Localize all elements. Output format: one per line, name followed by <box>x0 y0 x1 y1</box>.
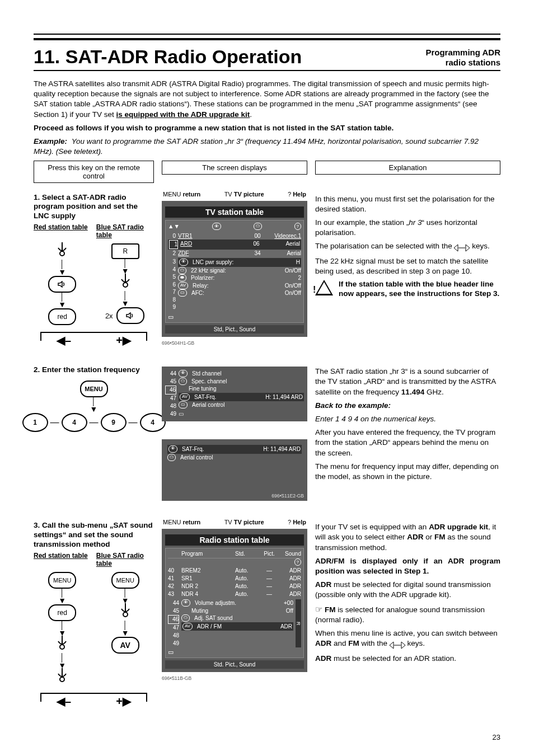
radio-row: 43NDR 4Auto.—ADR <box>168 590 301 598</box>
side-num-selected: 46 <box>168 615 179 624</box>
s3-r-p4: ☞FM is selected for analogue sound trans… <box>315 604 500 625</box>
back-line: Enter 1 4 9 4 on the numerical keys. <box>315 414 500 424</box>
q-icon: ? <box>294 223 301 230</box>
setting-row: 👁LNC pwr supply:H <box>178 258 301 267</box>
step1-labels: Red station table Blue SAT radio table <box>34 223 154 239</box>
scrollbar-icon: ▭ <box>168 649 301 655</box>
side-num: 47 <box>168 624 179 632</box>
s2a-row: 👁Std channel <box>179 370 304 378</box>
left-right-icon <box>390 640 405 650</box>
arrow-down-icon: │▼ <box>97 292 154 307</box>
pm-row: ◀– +▶ <box>34 693 154 710</box>
screen1-foot: Std, Pict., Sound <box>165 325 304 334</box>
arrow-down-icon: │▼ <box>97 259 154 275</box>
digit-9-key[interactable]: 9 <box>101 413 127 432</box>
tvpicture-label: TV picture <box>234 519 264 525</box>
s1-r-p3: The polarisation can be selected with th… <box>315 241 500 252</box>
intro-p1: The ASTRA satellites also transmit ADR (… <box>34 79 500 120</box>
setting-row: ▭AFC:On/Off <box>178 289 301 297</box>
sub2: radio stations <box>425 58 500 68</box>
help-label: Help <box>293 191 306 198</box>
arrow-down-icon: │▼ <box>34 589 91 604</box>
s2a-row: ▭Aerial control <box>179 401 304 409</box>
screen2b-code: 696•S11E2-GB <box>271 493 304 499</box>
setting-row: ⬬Polarizer:2 <box>178 274 301 282</box>
svg-point-2 <box>123 283 128 287</box>
help-label: Help <box>293 519 306 525</box>
side-num: 7 <box>168 288 176 296</box>
step2-row: 2. Enter the station frequency MENU │▼ 1… <box>34 363 500 504</box>
arrow-down-icon: │▼ <box>97 621 154 637</box>
press-2x: 2x <box>105 312 113 320</box>
sub1: Programming ADR <box>425 48 500 58</box>
table-row-selected: 1ARD06Aerial <box>168 240 301 250</box>
menu-key[interactable]: MENU <box>80 381 108 397</box>
s3-r-p6: ADR must be selected for an ADR station. <box>315 654 500 664</box>
red-station-label: Red station table <box>34 223 91 239</box>
s1-r-p2: In our example, the station „hr 3“ uses … <box>315 218 500 238</box>
sound-key[interactable] <box>116 307 144 324</box>
side-num: 3 <box>168 258 176 266</box>
s3-r-p5: When this menu line is active, you can s… <box>315 628 500 650</box>
step3-heading: 3. Call the sub-menu „SAT sound settings… <box>34 521 154 550</box>
scrollbar-icon: ▭ <box>168 313 301 320</box>
screen1-topbar: MENU return TV TV picture ? Help <box>162 191 307 198</box>
warning-icon <box>315 280 333 295</box>
menu-chip: MENU <box>163 191 181 198</box>
antenna-icon <box>34 242 91 261</box>
radio-table-head: Program Std. Pict. Sound <box>168 551 301 558</box>
step1-row: 1. Select a SAT-ADR radio program positi… <box>34 191 500 349</box>
s3-r-p3: ADR must be selected for digital sound t… <box>315 580 500 600</box>
s2-r-p3: The menu for frequency input may differ,… <box>315 462 500 482</box>
screen3-code: 696•S11B-GB <box>162 675 307 681</box>
oval-icon: ⬭ <box>254 223 262 230</box>
menu-key[interactable]: MENU <box>48 572 76 589</box>
arrow-down-icon: │▼ <box>34 293 91 308</box>
svg-point-11 <box>123 612 128 617</box>
svg-marker-5 <box>466 245 470 251</box>
side-num: 5 <box>168 273 176 281</box>
return-label: return <box>182 191 200 198</box>
digit-1-key[interactable]: 1 <box>22 413 48 432</box>
svg-marker-4 <box>454 245 458 251</box>
sound-key[interactable] <box>48 276 76 293</box>
arrow-down-icon: │▼ <box>34 621 91 637</box>
antenna-icon <box>97 603 154 622</box>
eye-icon: 👁 <box>212 223 221 230</box>
digit-4-key[interactable]: 4 <box>62 413 87 432</box>
left-right-icon <box>454 242 470 252</box>
side-num: 49 <box>168 640 179 647</box>
intro-example: Example: You want to programme the SAT A… <box>34 137 500 157</box>
s2a-row: ⬭Spec. channel <box>179 378 304 386</box>
step2-screen-a: 44 45 46 47 48 49 👁Std channel ⬭Spec. ch… <box>162 367 307 421</box>
scrollbar-icon: ▭ <box>179 410 304 418</box>
tv-station-screen: TV station table ▲▼ 👁 ⬭ ? 0VTR100Videore… <box>162 201 307 337</box>
radio-row: 40BREM2Auto.—ADR <box>168 567 301 575</box>
setting-row: ⬭22 kHz signal:On/Off <box>178 267 301 275</box>
step1-heading: 1. Select a SAT-ADR radio program positi… <box>34 193 154 222</box>
s2a-row: Fine tuning <box>179 385 304 393</box>
red-key[interactable]: red <box>48 604 76 621</box>
setting-row: AVRelay:On/Off <box>178 282 301 290</box>
side-num: 48 <box>168 632 179 640</box>
radio-row: 41SR1Auto.—ADR <box>168 575 301 583</box>
arrow-down-icon: │▼ <box>34 654 91 669</box>
arrow-down-icon: │▼ <box>34 260 91 276</box>
tv-chip: TV <box>224 519 232 525</box>
av-key[interactable]: AV <box>111 637 139 654</box>
intro-p1-end: . <box>250 110 252 119</box>
step3-row: 3. Call the sub-menu „SAT sound settings… <box>34 519 500 710</box>
example-label: Example: <box>34 137 67 145</box>
help-chip: ? <box>288 519 291 525</box>
screen3-foot: Std. Pict., Sound <box>165 660 304 669</box>
red-key[interactable]: red <box>48 308 76 325</box>
screen1-code: 696•S04H1-GB <box>162 340 307 346</box>
antenna-icon <box>34 668 91 687</box>
menu-key[interactable]: MENU <box>111 572 139 589</box>
side-num: 8 <box>168 296 176 304</box>
table-row: 0VTR100Videorec.1 <box>168 232 301 240</box>
r-key-box[interactable]: R <box>111 243 139 259</box>
col-left-header: Press this key on the remote control <box>34 161 154 183</box>
intro-p1-ul: is equipped with the ADR upgrade kit <box>116 110 250 119</box>
s3-r-p1: If your TV set is equipped with an ADR u… <box>315 522 500 553</box>
